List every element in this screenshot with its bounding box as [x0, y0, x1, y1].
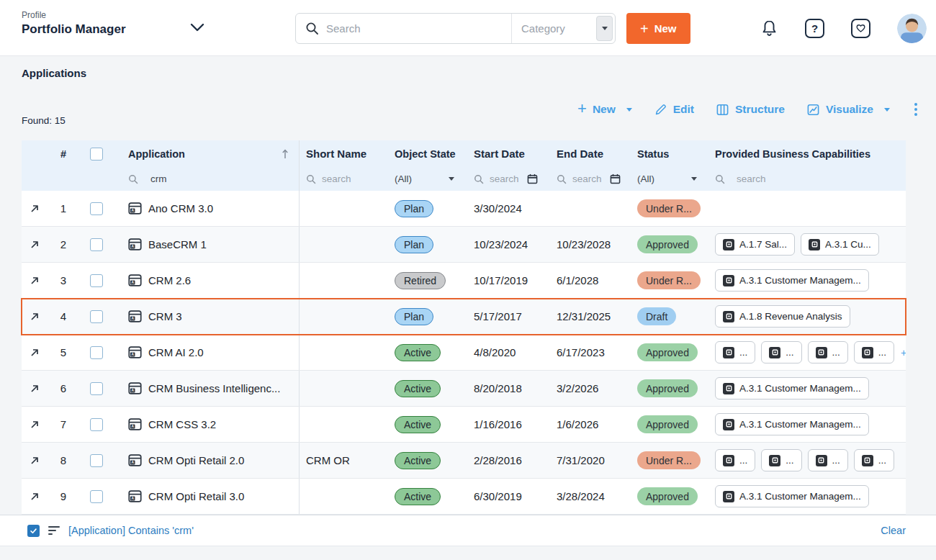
enddate-filter-input[interactable] — [572, 173, 608, 184]
capability-chip[interactable]: A.3.1 Customer Managem... — [715, 269, 869, 292]
open-factsheet-icon[interactable] — [29, 311, 40, 322]
column-header-startdate[interactable]: Start Date — [466, 140, 549, 167]
column-header-shortname[interactable]: Short Name — [299, 140, 385, 167]
open-factsheet-icon[interactable] — [29, 383, 40, 394]
startdate-filter-input[interactable] — [490, 173, 526, 184]
column-header-enddate[interactable]: End Date — [549, 140, 629, 167]
toolbar-new-button[interactable]: + New — [577, 102, 632, 117]
capability-chip[interactable]: A.1.8 Revenue Analysis — [715, 305, 850, 328]
table-row[interactable]: 8 A CRM Opti Retail 2.0 CRM OR Active 2/… — [22, 443, 906, 479]
row-checkbox[interactable] — [90, 346, 103, 359]
active-filter-text[interactable]: [Application] Contains 'crm' — [68, 525, 194, 536]
capability-icon — [809, 239, 820, 250]
status-pill: Approved — [637, 487, 698, 505]
sort-ascending-icon[interactable] — [282, 148, 289, 160]
open-factsheet-icon[interactable] — [29, 275, 40, 286]
capability-chip[interactable]: ... — [854, 341, 894, 363]
column-header-capabilities[interactable]: Provided Business Capabilities — [708, 140, 906, 167]
row-checkbox[interactable] — [90, 418, 103, 431]
search-input[interactable] — [326, 22, 511, 35]
help-icon[interactable]: ? — [805, 19, 824, 38]
column-header-objectstate[interactable]: Object State — [385, 140, 466, 167]
capability-chip[interactable]: ... — [761, 449, 801, 471]
calendar-icon[interactable] — [610, 173, 621, 184]
select-all-checkbox[interactable] — [90, 148, 103, 161]
application-filter-input[interactable] — [150, 173, 258, 184]
capability-chip[interactable]: ... — [761, 341, 801, 363]
caret-down-icon — [602, 27, 608, 30]
table-row[interactable]: 4 A CRM 3 Plan 5/17/2017 12/31/2025 Draf… — [22, 299, 906, 335]
application-name[interactable]: CRM Business Intelligenc... — [148, 382, 280, 394]
capability-chip[interactable]: A.3.1 Cu... — [801, 233, 879, 256]
application-name[interactable]: CRM CSS 3.2 — [148, 418, 216, 430]
capability-chip[interactable]: ... — [854, 449, 894, 471]
capability-chip[interactable]: ... — [715, 449, 755, 471]
objectstate-filter-select[interactable]: (All) — [395, 173, 466, 184]
application-name[interactable]: CRM AI 2.0 — [148, 346, 204, 358]
toolbar-structure-button[interactable]: Structure — [716, 103, 785, 117]
application-name[interactable]: CRM 2.6 — [148, 274, 191, 286]
capability-chip[interactable]: A.1.7 Sal... — [715, 233, 795, 256]
open-factsheet-icon[interactable] — [29, 347, 40, 358]
shortname-filter-input[interactable] — [322, 173, 372, 184]
more-options-icon[interactable] — [912, 101, 920, 117]
row-checkbox[interactable] — [90, 454, 103, 467]
capability-chip[interactable]: A.3.1 Customer Managem... — [715, 413, 869, 435]
calendar-icon[interactable] — [527, 173, 538, 184]
application-name[interactable]: Ano CRM 3.0 — [148, 202, 213, 214]
favorites-heart-icon[interactable] — [851, 19, 870, 38]
application-name[interactable]: BaseCRM 1 — [148, 238, 207, 250]
status-pill: Approved — [637, 343, 698, 361]
table-row[interactable]: 6 A CRM Business Intelligenc... Active 8… — [22, 371, 906, 407]
chevron-down-icon[interactable] — [190, 23, 204, 32]
application-name[interactable]: CRM Opti Retail 3.0 — [148, 490, 244, 502]
capabilities-filter-input[interactable] — [737, 173, 816, 184]
open-factsheet-icon[interactable] — [29, 455, 40, 466]
open-factsheet-icon[interactable] — [29, 491, 40, 502]
toolbar-visualize-button[interactable]: Visualize — [806, 103, 890, 117]
application-name[interactable]: CRM Opti Retail 2.0 — [148, 454, 244, 466]
capability-chip[interactable]: ... — [808, 341, 848, 363]
category-select[interactable]: Category — [511, 14, 596, 43]
row-checkbox[interactable] — [90, 382, 103, 395]
capability-chip[interactable]: ... — [715, 341, 755, 363]
notifications-bell-icon[interactable] — [760, 19, 778, 38]
filter-enabled-checkbox[interactable] — [27, 525, 40, 537]
table-row[interactable]: 5 A CRM AI 2.0 Active 4/8/2020 6/17/2023… — [22, 335, 906, 371]
more-capabilities-link[interactable]: +4 — [901, 347, 906, 358]
row-checkbox[interactable] — [90, 238, 103, 251]
objectstate-filter-value: (All) — [395, 173, 412, 184]
capability-chip[interactable]: ... — [808, 449, 848, 471]
profile-switcher[interactable]: Profile Portfolio Manager — [22, 10, 204, 37]
short-name — [299, 263, 385, 298]
capability-icon — [816, 347, 827, 358]
row-checkbox[interactable] — [90, 202, 103, 215]
table-header: # Application Short Name Object State St… — [22, 140, 906, 191]
open-factsheet-icon[interactable] — [29, 203, 40, 214]
capability-chip[interactable]: A.3.1 Customer Managem... — [715, 485, 869, 507]
table-row[interactable]: 2 A BaseCRM 1 Plan 10/23/2024 10/23/2028… — [22, 227, 906, 263]
object-state-pill: Plan — [395, 308, 433, 325]
category-dropdown-button[interactable] — [596, 16, 613, 41]
open-factsheet-icon[interactable] — [29, 239, 40, 250]
status-filter-select[interactable]: (All) — [637, 173, 708, 184]
user-avatar[interactable] — [897, 14, 927, 43]
table-row[interactable]: 9 A CRM Opti Retail 3.0 Active 6/30/2019… — [22, 479, 906, 515]
column-header-index[interactable]: # — [48, 140, 79, 167]
column-header-application[interactable]: Application — [114, 140, 299, 167]
column-header-status[interactable]: Status — [629, 140, 708, 167]
new-button[interactable]: + New — [626, 13, 690, 44]
toolbar-structure-label: Structure — [735, 103, 785, 116]
global-search-box[interactable]: Category — [295, 13, 616, 44]
row-checkbox[interactable] — [90, 490, 103, 503]
table-row[interactable]: 1 A Ano CRM 3.0 Plan 3/30/2024 Under R..… — [22, 191, 906, 227]
open-factsheet-icon[interactable] — [29, 419, 40, 430]
capability-chip[interactable]: A.3.1 Customer Managem... — [715, 377, 869, 399]
row-checkbox[interactable] — [90, 274, 103, 287]
row-checkbox[interactable] — [90, 310, 103, 323]
application-name[interactable]: CRM 3 — [148, 310, 182, 322]
clear-filters-link[interactable]: Clear — [881, 525, 906, 536]
toolbar-edit-button[interactable]: Edit — [654, 103, 694, 117]
table-row[interactable]: 3 A CRM 2.6 Retired 10/17/2019 6/1/2028 … — [22, 263, 906, 299]
table-row[interactable]: 7 A CRM CSS 3.2 Active 1/16/2016 1/6/202… — [22, 407, 906, 443]
